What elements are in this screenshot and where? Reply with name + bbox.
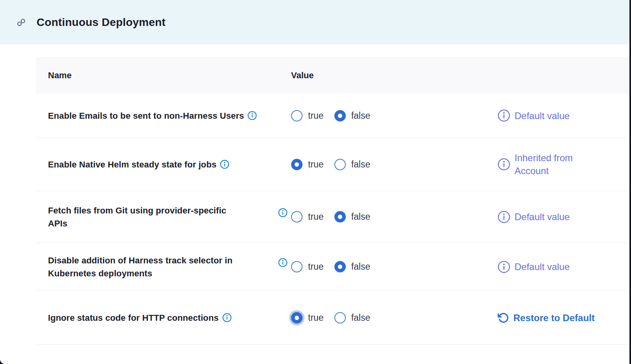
setting-status-cell: Default value xyxy=(496,210,629,223)
setting-value-cell: true false xyxy=(275,312,496,324)
radio-group: true false xyxy=(291,261,370,272)
table-row: Enable Emails to be sent to non-Harness … xyxy=(36,94,629,138)
radio-false[interactable] xyxy=(334,110,346,121)
radio-false[interactable] xyxy=(334,312,346,324)
info-icon[interactable] xyxy=(498,158,510,171)
radio-true-label: true xyxy=(308,110,324,121)
setting-value-cell: true false xyxy=(275,159,496,170)
table-row: Ignore status code for HTTP connections xyxy=(36,291,629,345)
radio-true-label: true xyxy=(308,211,324,222)
window-corner-bottom-left xyxy=(0,359,5,364)
settings-table: Name Value Enable Emails to be sent to n… xyxy=(36,57,629,345)
radio-group: true false xyxy=(291,211,370,222)
radio-false-label: false xyxy=(351,110,371,121)
info-icon[interactable] xyxy=(278,258,288,267)
info-icon[interactable] xyxy=(498,211,510,223)
section-header: Continuous Deployment xyxy=(0,0,631,44)
radio-false[interactable] xyxy=(334,261,346,272)
info-icon[interactable] xyxy=(278,208,288,217)
radio-option-false[interactable]: false xyxy=(334,211,371,222)
column-header-value-label: Value xyxy=(291,70,314,80)
column-header-name: Name xyxy=(36,70,275,81)
radio-option-true[interactable]: true xyxy=(291,110,324,121)
radio-option-true[interactable]: true xyxy=(291,312,324,324)
status-label[interactable]: Default value xyxy=(515,260,570,273)
column-header-value: Value xyxy=(275,70,496,81)
radio-true-label: true xyxy=(308,313,324,323)
radio-false[interactable] xyxy=(334,211,346,222)
setting-status-cell: Inherited from Account xyxy=(496,151,629,177)
radio-option-false[interactable]: false xyxy=(334,110,371,121)
radio-group: true false xyxy=(291,110,370,121)
radio-true[interactable] xyxy=(291,261,303,272)
table-row: Disable addition of Harness track select… xyxy=(36,243,629,291)
info-icon[interactable] xyxy=(498,261,510,273)
setting-name: Disable addition of Harness track select… xyxy=(48,256,232,278)
link-icon[interactable] xyxy=(17,18,26,27)
table-row: Enable Native Helm steady state for jobs xyxy=(36,138,629,191)
radio-group: true false xyxy=(291,159,370,170)
setting-name-cell: Disable addition of Harness track select… xyxy=(36,254,275,280)
window-right-edge xyxy=(629,0,631,364)
settings-content: Name Value Enable Emails to be sent to n… xyxy=(0,57,631,345)
setting-status-cell: Default value xyxy=(496,260,629,273)
radio-group: true false xyxy=(291,312,370,324)
radio-false-label: false xyxy=(351,159,371,170)
page-title: Continuous Deployment xyxy=(37,16,166,29)
setting-name: Enable Emails to be sent to non-Harness … xyxy=(48,111,244,121)
radio-option-true[interactable]: true xyxy=(291,211,324,222)
table-body: Enable Emails to be sent to non-Harness … xyxy=(36,94,629,345)
status-label[interactable]: Inherited from Account xyxy=(515,151,573,177)
restore-icon[interactable] xyxy=(498,312,509,324)
info-icon[interactable] xyxy=(247,111,257,120)
setting-value-cell: true false xyxy=(275,261,496,272)
setting-value-cell: true false xyxy=(275,211,496,222)
radio-true-label: true xyxy=(308,261,324,272)
info-icon[interactable] xyxy=(222,313,232,322)
info-icon[interactable] xyxy=(220,160,229,169)
radio-true[interactable] xyxy=(291,211,303,222)
setting-value-cell: true false xyxy=(275,110,496,121)
setting-name-cell: Ignore status code for HTTP connections xyxy=(36,311,275,324)
radio-false-label: false xyxy=(351,261,371,272)
radio-option-true[interactable]: true xyxy=(291,159,324,170)
setting-name: Enable Native Helm steady state for jobs xyxy=(48,160,216,169)
radio-false-label: false xyxy=(351,313,371,323)
radio-option-false[interactable]: false xyxy=(334,261,371,272)
radio-true[interactable] xyxy=(291,110,303,121)
setting-name-cell: Enable Emails to be sent to non-Harness … xyxy=(36,109,275,122)
status-label[interactable]: Default value xyxy=(515,210,570,223)
setting-name: Fetch files from Git using provider-spec… xyxy=(48,206,226,228)
setting-name-cell: Fetch files from Git using provider-spec… xyxy=(36,204,275,230)
radio-option-false[interactable]: false xyxy=(334,312,371,324)
table-header-row: Name Value xyxy=(36,57,629,94)
radio-false-label: false xyxy=(351,211,371,222)
radio-true-label: true xyxy=(308,159,324,170)
radio-option-true[interactable]: true xyxy=(291,261,324,272)
setting-name: Ignore status code for HTTP connections xyxy=(48,313,219,323)
status-label[interactable]: Restore to Default xyxy=(513,311,595,324)
setting-status-cell: Default value xyxy=(496,109,629,122)
status-label[interactable]: Default value xyxy=(515,109,570,122)
table-row: Fetch files from Git using provider-spec… xyxy=(36,191,629,243)
info-icon[interactable] xyxy=(498,109,510,122)
radio-option-false[interactable]: false xyxy=(334,159,371,170)
radio-true[interactable] xyxy=(291,159,303,170)
radio-false[interactable] xyxy=(334,159,346,170)
setting-name-cell: Enable Native Helm steady state for jobs xyxy=(36,158,275,171)
radio-true[interactable] xyxy=(291,312,303,324)
setting-status-cell: Restore to Default xyxy=(496,311,629,324)
